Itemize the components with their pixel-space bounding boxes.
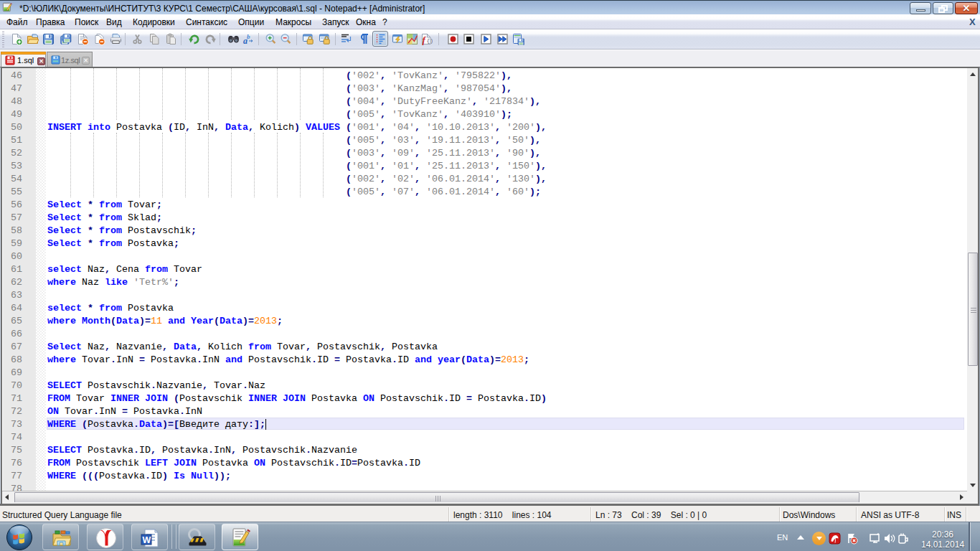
svg-text:W: W xyxy=(143,535,151,545)
svg-text:a: a xyxy=(243,36,248,45)
svg-text:{): {) xyxy=(427,37,433,44)
